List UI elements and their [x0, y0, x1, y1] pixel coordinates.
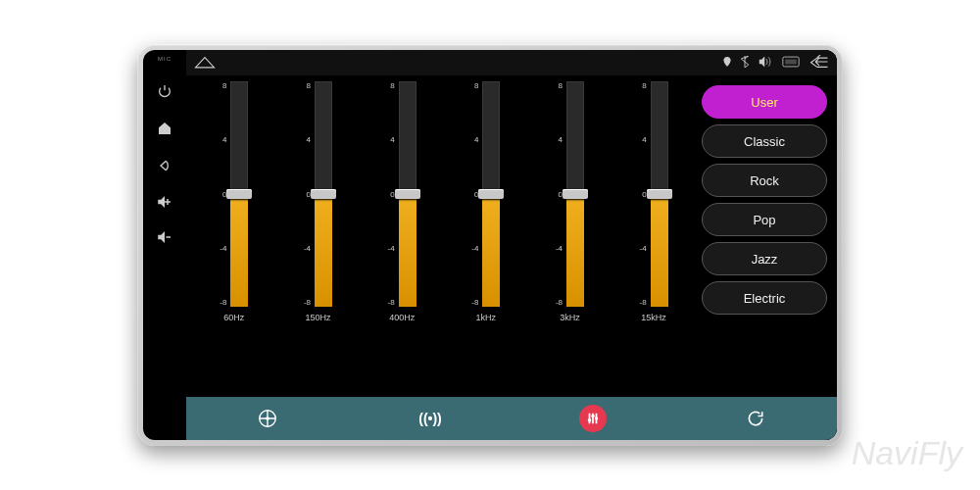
preset-classic[interactable]: Classic	[702, 124, 827, 158]
eq-freq-label: 150Hz	[305, 313, 330, 322]
main-area: 840-4-8 60Hz 840-4-8 150Hz 840-4-8	[186, 75, 837, 440]
screen: 840-4-8 60Hz 840-4-8 150Hz 840-4-8	[186, 50, 837, 440]
eq-active-icon	[579, 405, 607, 432]
equalizer-row: 840-4-8 60Hz 840-4-8 150Hz 840-4-8	[186, 75, 837, 397]
volume-down-button[interactable]	[156, 230, 173, 244]
eq-scale: 840-4-8	[388, 81, 395, 307]
mic-label: MIC	[158, 56, 172, 62]
svg-point-5	[591, 415, 595, 418]
watermark: NaviFly	[852, 434, 962, 472]
home-button[interactable]	[157, 121, 172, 136]
sound-icon	[759, 56, 772, 70]
slider-thumb[interactable]	[311, 189, 336, 199]
eq-slider-5[interactable]	[651, 81, 668, 307]
eq-scale: 840-4-8	[304, 81, 311, 307]
surround-tab[interactable]: ((•))	[349, 411, 512, 426]
eq-freq-label: 400Hz	[389, 313, 415, 322]
nav-back-icon[interactable]	[809, 55, 829, 71]
volume-up-icon	[156, 195, 173, 209]
volume-down-icon	[156, 230, 173, 244]
eq-freq-label: 15kHz	[641, 313, 666, 322]
eq-scale: 840-4-8	[220, 81, 226, 307]
eq-band-2: 840-4-8 400Hz	[368, 81, 436, 393]
slider-thumb[interactable]	[563, 189, 588, 199]
slider-thumb[interactable]	[395, 189, 420, 199]
power-button[interactable]	[157, 83, 172, 99]
bottom-toolbar: ((•))	[186, 397, 837, 440]
preset-jazz[interactable]: Jazz	[702, 242, 827, 275]
preset-user[interactable]: User	[702, 85, 827, 119]
eq-scale: 840-4-8	[471, 81, 478, 307]
eq-band-1: 840-4-8 150Hz	[283, 81, 352, 393]
hardware-button-column: MIC	[143, 50, 186, 440]
status-bar	[186, 50, 837, 75]
eq-tab[interactable]	[512, 405, 674, 432]
eq-freq-label: 60Hz	[223, 313, 244, 322]
reset-tab[interactable]	[674, 409, 837, 428]
slider-thumb[interactable]	[647, 189, 672, 199]
surround-icon: ((•))	[418, 411, 442, 426]
eq-freq-label: 3kHz	[560, 313, 580, 322]
cast-icon	[782, 56, 800, 70]
preset-electric[interactable]: Electric	[702, 281, 827, 315]
svg-rect-1	[785, 60, 796, 65]
eq-slider-3[interactable]	[482, 81, 500, 307]
eq-slider-1[interactable]	[315, 81, 332, 307]
eq-band-3: 840-4-8 1kHz	[452, 81, 520, 393]
eq-band-5: 840-4-8 15kHz	[619, 81, 688, 393]
volume-up-button[interactable]	[156, 195, 173, 209]
preset-pop[interactable]: Pop	[702, 203, 827, 236]
eq-slider-4[interactable]	[566, 81, 584, 307]
preset-list: UserClassicRockPopJazzElectric	[696, 81, 833, 393]
eq-bands: 840-4-8 60Hz 840-4-8 150Hz 840-4-8	[192, 81, 696, 393]
device-inner: MIC	[143, 50, 837, 440]
eq-band-0: 840-4-8 60Hz	[200, 81, 269, 393]
power-icon	[157, 83, 172, 99]
refresh-icon	[746, 409, 765, 428]
eq-scale: 840-4-8	[640, 81, 647, 307]
home-icon	[157, 121, 172, 136]
device-frame: MIC	[137, 44, 843, 446]
location-icon	[723, 57, 731, 69]
balance-tab[interactable]	[186, 408, 349, 429]
slider-thumb[interactable]	[226, 189, 252, 199]
eq-scale: 840-4-8	[556, 81, 563, 307]
eq-slider-2[interactable]	[399, 81, 416, 307]
balance-icon	[257, 408, 278, 429]
svg-point-6	[595, 416, 599, 420]
eq-band-4: 840-4-8 3kHz	[535, 81, 604, 393]
back-icon	[157, 158, 172, 173]
preset-rock[interactable]: Rock	[702, 164, 827, 197]
home-outline-icon[interactable]	[194, 54, 216, 72]
svg-point-4	[588, 418, 592, 422]
back-button[interactable]	[157, 158, 172, 173]
slider-thumb[interactable]	[478, 189, 504, 199]
eq-slider-0[interactable]	[230, 81, 248, 307]
eq-freq-label: 1kHz	[476, 313, 497, 322]
bluetooth-icon	[741, 56, 749, 70]
svg-point-3	[266, 416, 270, 420]
